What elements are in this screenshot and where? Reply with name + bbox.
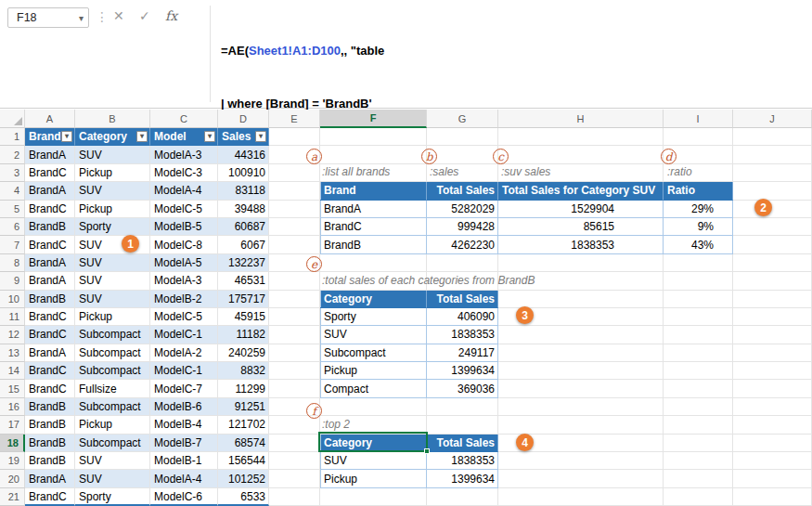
chevron-down-icon[interactable]: ▾ bbox=[79, 13, 84, 23]
cell-F6[interactable]: BrandC bbox=[320, 218, 427, 236]
cell-J5[interactable] bbox=[733, 201, 812, 218]
cell-F21[interactable] bbox=[320, 488, 427, 506]
cell-B14[interactable]: Subcompact bbox=[75, 362, 150, 380]
cell-E1[interactable] bbox=[269, 128, 320, 146]
cell-A3[interactable]: BrandC bbox=[25, 164, 75, 182]
row-header-7[interactable]: 7 bbox=[0, 236, 25, 253]
select-all-corner[interactable] bbox=[0, 110, 25, 128]
cell-H20[interactable] bbox=[498, 470, 664, 487]
cell-J18[interactable] bbox=[733, 435, 812, 452]
cell-J19[interactable] bbox=[733, 452, 812, 470]
enter-icon[interactable]: ✓ bbox=[139, 8, 150, 23]
cell-B3[interactable]: Pickup bbox=[75, 164, 150, 182]
cell-I15[interactable] bbox=[664, 380, 733, 397]
cell-G18[interactable]: Total Sales bbox=[427, 435, 498, 452]
cell-F5[interactable]: BrandA bbox=[320, 201, 427, 218]
cell-C10[interactable]: ModelB-2 bbox=[150, 291, 218, 308]
cell-J7[interactable] bbox=[733, 236, 812, 253]
cell-A6[interactable]: BrandB bbox=[25, 218, 75, 236]
cell-B9[interactable]: SUV bbox=[75, 272, 150, 290]
cell-I20[interactable] bbox=[664, 470, 733, 487]
cell-H19[interactable] bbox=[498, 452, 664, 470]
row-header-3[interactable]: 3 bbox=[0, 164, 25, 182]
cell-C2[interactable]: ModelA-3 bbox=[150, 146, 218, 163]
cell-J17[interactable] bbox=[733, 416, 812, 434]
cell-C4[interactable]: ModelA-4 bbox=[150, 182, 218, 200]
cell-B5[interactable]: Pickup bbox=[75, 201, 150, 218]
column-header-A[interactable]: A bbox=[25, 110, 75, 128]
cell-D16[interactable]: 91251 bbox=[218, 398, 269, 416]
cell-C18[interactable]: ModelB-7 bbox=[150, 435, 218, 452]
cell-H2[interactable] bbox=[498, 146, 664, 163]
cell-E4[interactable] bbox=[269, 182, 320, 200]
column-header-C[interactable]: C bbox=[150, 110, 218, 128]
cell-A18[interactable]: BrandB bbox=[25, 435, 75, 452]
cell-A14[interactable]: BrandC bbox=[25, 362, 75, 380]
cell-F16[interactable] bbox=[320, 398, 427, 416]
cell-I12[interactable] bbox=[664, 326, 733, 344]
filter-button[interactable]: ▾ bbox=[136, 131, 148, 142]
cell-F4[interactable]: Brand bbox=[320, 182, 427, 200]
cell-B15[interactable]: Fullsize bbox=[75, 380, 150, 397]
cell-J11[interactable] bbox=[733, 308, 812, 326]
cell-J3[interactable] bbox=[733, 164, 812, 182]
column-header-E[interactable]: E bbox=[269, 110, 320, 128]
cell-A8[interactable]: BrandA bbox=[25, 254, 75, 272]
row-header-15[interactable]: 15 bbox=[0, 380, 25, 397]
cell-E15[interactable] bbox=[269, 380, 320, 397]
cell-B8[interactable]: SUV bbox=[75, 254, 150, 272]
cell-G4[interactable]: Total Sales bbox=[427, 182, 498, 200]
row-header-4[interactable]: 4 bbox=[0, 182, 25, 200]
cell-B10[interactable]: SUV bbox=[75, 291, 150, 308]
cell-D1[interactable]: Sales▾ bbox=[218, 128, 269, 146]
cell-G6[interactable]: 999428 bbox=[427, 218, 498, 236]
cell-E3[interactable] bbox=[269, 164, 320, 182]
cell-D9[interactable]: 46531 bbox=[218, 272, 269, 290]
row-header-18[interactable]: 18 bbox=[0, 435, 25, 452]
cell-D7[interactable]: 6067 bbox=[218, 236, 269, 253]
cell-J6[interactable] bbox=[733, 218, 812, 236]
cell-A16[interactable]: BrandB bbox=[25, 398, 75, 416]
cell-G19[interactable]: 1838353 bbox=[427, 452, 498, 470]
cell-I16[interactable] bbox=[664, 398, 733, 416]
cell-C16[interactable]: ModelB-6 bbox=[150, 398, 218, 416]
cell-C20[interactable]: ModelA-4 bbox=[150, 470, 218, 487]
cell-J12[interactable] bbox=[733, 326, 812, 344]
cell-C7[interactable]: ModelC-8 bbox=[150, 236, 218, 253]
cell-D14[interactable]: 8832 bbox=[218, 362, 269, 380]
cell-G7[interactable]: 4262230 bbox=[427, 236, 498, 253]
cell-G16[interactable] bbox=[427, 398, 498, 416]
cell-F15[interactable]: Compact bbox=[320, 380, 427, 397]
cell-J2[interactable] bbox=[733, 146, 812, 163]
row-header-10[interactable]: 10 bbox=[0, 291, 25, 308]
row-header-12[interactable]: 12 bbox=[0, 326, 25, 344]
column-header-B[interactable]: B bbox=[75, 110, 150, 128]
cell-C3[interactable]: ModelC-3 bbox=[150, 164, 218, 182]
cell-C11[interactable]: ModelC-5 bbox=[150, 308, 218, 326]
cell-J8[interactable] bbox=[733, 254, 812, 272]
cell-I17[interactable] bbox=[664, 416, 733, 434]
cell-C21[interactable]: ModelC-6 bbox=[150, 488, 218, 506]
cell-G2[interactable] bbox=[427, 146, 498, 163]
column-header-G[interactable]: G bbox=[427, 110, 498, 128]
cell-A1[interactable]: Brand▾ bbox=[25, 128, 75, 146]
cell-E6[interactable] bbox=[269, 218, 320, 236]
cell-H7[interactable]: 1838353 bbox=[498, 236, 664, 253]
cell-B17[interactable]: Pickup bbox=[75, 416, 150, 434]
cell-B13[interactable]: Subcompact bbox=[75, 344, 150, 362]
cell-E13[interactable] bbox=[269, 344, 320, 362]
row-header-14[interactable]: 14 bbox=[0, 362, 25, 380]
cell-B2[interactable]: SUV bbox=[75, 146, 150, 163]
cell-G1[interactable] bbox=[427, 128, 498, 146]
cell-J20[interactable] bbox=[733, 470, 812, 487]
cell-J21[interactable] bbox=[733, 488, 812, 506]
cell-I5[interactable]: 29% bbox=[664, 201, 733, 218]
cell-J13[interactable] bbox=[733, 344, 812, 362]
cell-C14[interactable]: ModelC-1 bbox=[150, 362, 218, 380]
row-header-17[interactable]: 17 bbox=[0, 416, 25, 434]
cell-B1[interactable]: Category▾ bbox=[75, 128, 150, 146]
cell-D6[interactable]: 60687 bbox=[218, 218, 269, 236]
cell-B21[interactable]: Sporty bbox=[75, 488, 150, 506]
cell-I4[interactable]: Ratio bbox=[664, 182, 733, 200]
cell-B18[interactable]: Subcompact bbox=[75, 435, 150, 452]
